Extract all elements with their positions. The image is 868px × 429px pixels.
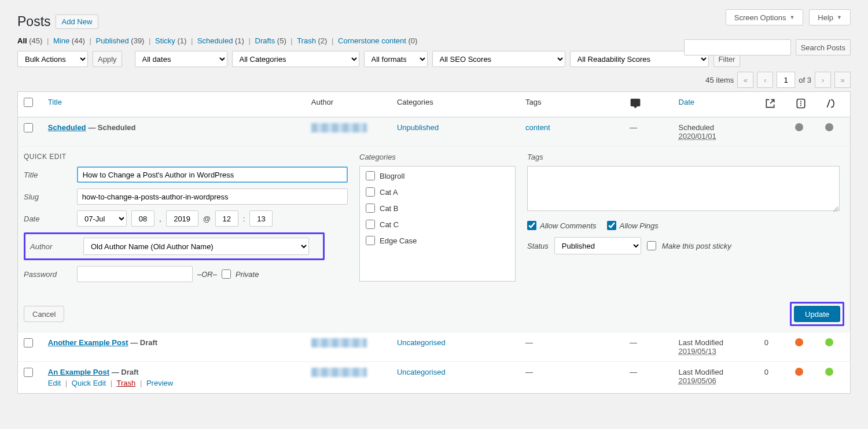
post-title-link[interactable]: An Example Post: [48, 368, 109, 376]
readability-dot-icon: [825, 368, 833, 376]
next-page-button[interactable]: ›: [815, 72, 831, 88]
categories-box[interactable]: Blogroll Cat A Cat B Cat C Edge Case: [359, 166, 516, 282]
seo-filter-select[interactable]: All SEO Scores: [432, 51, 565, 67]
filter-trash[interactable]: Trash: [297, 36, 316, 45]
private-checkbox[interactable]: [222, 269, 231, 279]
row-checkbox[interactable]: [24, 338, 33, 347]
slug-input[interactable]: [77, 188, 348, 205]
chevron-down-icon: ▼: [837, 14, 842, 20]
author-blurred: [311, 338, 367, 347]
filter-cornerstone[interactable]: Cornerstone content: [338, 36, 406, 45]
col-title[interactable]: Title: [48, 98, 62, 106]
row-action-preview[interactable]: Preview: [146, 379, 173, 387]
comments-cell: —: [624, 362, 673, 394]
select-all-checkbox[interactable]: [24, 98, 33, 107]
prev-page-button[interactable]: ‹: [757, 72, 773, 88]
sticky-checkbox[interactable]: [647, 241, 656, 250]
search-posts-button[interactable]: Search Posts: [796, 39, 851, 56]
chevron-down-icon: ▼: [789, 14, 795, 20]
links-count: 0: [759, 362, 789, 394]
title-input[interactable]: [77, 167, 348, 183]
filter-scheduled[interactable]: Scheduled: [197, 36, 233, 45]
svg-point-1: [800, 101, 801, 102]
post-title-link[interactable]: Scheduled: [48, 123, 86, 132]
private-label: Private: [236, 270, 259, 279]
pagination: 45 items « ‹ of 3 › »: [17, 72, 851, 88]
resize-icon[interactable]: [833, 206, 838, 212]
col-date[interactable]: Date: [679, 98, 694, 106]
of-pages: of 3: [799, 76, 811, 84]
category-link[interactable]: Uncategorised: [397, 368, 446, 376]
cat-checkbox[interactable]: [366, 220, 375, 229]
date-filter-select[interactable]: All dates: [135, 51, 227, 67]
filter-drafts[interactable]: Drafts: [255, 36, 275, 45]
status-select[interactable]: Published: [554, 237, 641, 254]
posts-table: Title Author Categories Tags Date Schedu…: [17, 91, 851, 394]
page-title: Posts: [17, 14, 51, 29]
post-state: — Draft: [109, 368, 139, 376]
category-link[interactable]: Unpublished: [397, 123, 439, 132]
date-label: Last Modified: [679, 368, 723, 376]
cat-checkbox[interactable]: [366, 187, 375, 197]
apply-button[interactable]: Apply: [93, 51, 122, 67]
author-label: Author: [30, 242, 79, 251]
bulk-actions-select[interactable]: Bulk Actions: [17, 51, 88, 67]
minute-input[interactable]: [249, 210, 273, 227]
filter-sticky[interactable]: Sticky: [155, 36, 175, 45]
allow-comments-checkbox[interactable]: [527, 221, 536, 230]
update-button[interactable]: Update: [794, 306, 840, 322]
title-label: Title: [24, 171, 72, 179]
hour-input[interactable]: [215, 210, 238, 227]
screen-options-button[interactable]: Screen Options ▼: [726, 9, 804, 25]
tags-cell: —: [520, 362, 624, 394]
filter-mine[interactable]: Mine: [53, 36, 69, 45]
add-new-button[interactable]: Add New: [56, 14, 99, 29]
year-input[interactable]: [166, 210, 198, 227]
cat-checkbox[interactable]: [366, 171, 375, 180]
help-label: Help: [818, 13, 833, 22]
post-title-link[interactable]: Another Example Post: [48, 338, 128, 347]
seo-dot-icon: [795, 368, 803, 376]
cancel-button[interactable]: Cancel: [24, 306, 64, 322]
comments-cell: —: [624, 117, 673, 147]
help-button[interactable]: Help ▼: [809, 9, 851, 25]
format-filter-select[interactable]: All formats: [364, 51, 428, 67]
category-filter-select[interactable]: All Categories: [232, 51, 359, 67]
allow-pings-checkbox[interactable]: [607, 221, 616, 230]
password-input[interactable]: [77, 266, 193, 282]
cat-checkbox[interactable]: [366, 204, 375, 213]
tags-textarea[interactable]: [527, 166, 840, 211]
page-input[interactable]: [777, 72, 795, 88]
first-page-button[interactable]: «: [737, 72, 753, 88]
filter-all[interactable]: All: [17, 36, 27, 45]
date-label: Date: [24, 214, 72, 223]
readability-dot-icon: [825, 123, 833, 131]
allow-pings-toggle[interactable]: Allow Pings: [607, 221, 659, 230]
author-select[interactable]: Old Author Name (Old Author Name): [83, 238, 309, 255]
comment-icon: [630, 98, 641, 109]
links-icon: [764, 98, 776, 109]
quick-edit-row: QUICK EDIT Title Slug Date: [18, 147, 851, 332]
category-link[interactable]: Uncategorised: [397, 338, 446, 347]
allow-comments-toggle[interactable]: Allow Comments: [527, 221, 597, 230]
password-label: Password: [24, 270, 72, 279]
post-state: — Scheduled: [86, 123, 136, 132]
date-value: 2019/05/06: [679, 376, 716, 385]
row-checkbox[interactable]: [24, 368, 33, 377]
tag-link[interactable]: content: [525, 123, 550, 132]
col-categories: Categories: [391, 92, 520, 117]
row-checkbox[interactable]: [24, 123, 33, 132]
cat-checkbox[interactable]: [366, 236, 375, 245]
month-select[interactable]: 07-Jul: [77, 210, 127, 227]
author-blurred: [311, 368, 367, 377]
post-state: — Draft: [128, 338, 158, 347]
row-action-edit[interactable]: Edit: [48, 379, 61, 387]
row-action-trash[interactable]: Trash: [117, 379, 136, 387]
seo-dot-icon: [795, 123, 803, 131]
filter-published[interactable]: Published: [96, 36, 129, 45]
row-action-quick-edit[interactable]: Quick Edit: [72, 379, 106, 387]
slug-label: Slug: [24, 193, 72, 201]
last-page-button[interactable]: »: [834, 72, 851, 88]
day-input[interactable]: [131, 210, 155, 227]
search-input[interactable]: [684, 39, 791, 56]
